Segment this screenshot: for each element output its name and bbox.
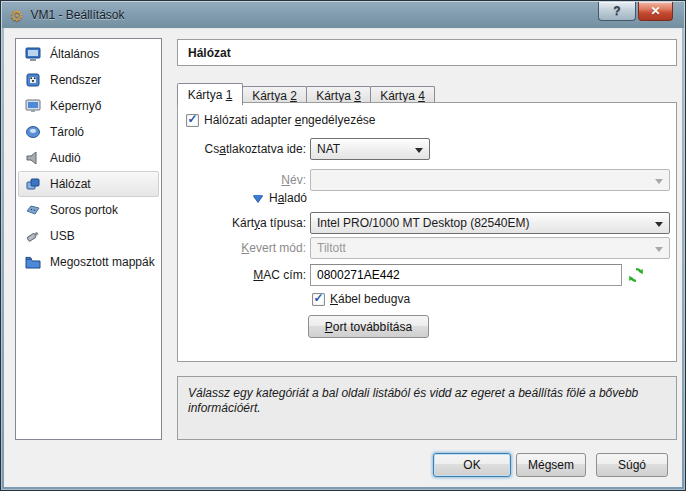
enable-adapter-checkbox[interactable]: ✓ Hálózati adapter engedélyezése xyxy=(186,113,375,127)
tab-label: Kártya 4 xyxy=(380,89,425,103)
dropdown-arrow-icon xyxy=(655,222,663,227)
dropdown-arrow-icon xyxy=(415,148,423,153)
expander-label: Haladó xyxy=(269,191,307,205)
sidebar-item-label: Audió xyxy=(50,151,81,165)
usb-icon xyxy=(25,228,41,244)
sidebar-item-halozat[interactable]: Hálózat xyxy=(18,171,159,197)
cable-connected-checkbox[interactable]: ✓ Kábel bedugva xyxy=(312,292,410,306)
sidebar-item-label: USB xyxy=(50,229,75,243)
sidebar-item-label: Soros portok xyxy=(50,203,118,217)
close-icon: ✕ xyxy=(650,4,660,18)
selected-value: Tiltott xyxy=(317,241,346,255)
gear-icon: ⚙ xyxy=(10,8,23,23)
close-button[interactable]: ✕ xyxy=(638,2,673,21)
sidebar-item-rendszer[interactable]: Rendszer xyxy=(18,67,159,93)
tab-label: Kártya 2 xyxy=(252,89,297,103)
display-icon xyxy=(25,98,41,114)
category-list: Általános Rendszer Képernyő Tároló Audió… xyxy=(15,38,162,440)
network-icon xyxy=(25,176,41,192)
sidebar-item-label: Rendszer xyxy=(50,73,101,87)
promiscuous-mode-label: Kevert mód: xyxy=(178,241,306,256)
checkbox-label: Hálózati adapter engedélyezése xyxy=(204,113,375,127)
sidebar-item-label: Hálózat xyxy=(50,177,91,191)
promiscuous-mode-select: Tiltott xyxy=(310,237,670,259)
button-label: Port továbbítása xyxy=(325,320,412,334)
sidebar-item-label: Általános xyxy=(50,47,99,61)
page-header: Hálózat xyxy=(177,39,677,66)
sidebar-item-megosztott-mappak[interactable]: Megosztott mappák xyxy=(18,249,159,275)
tab-label: Kártya 3 xyxy=(316,89,361,103)
titlebar[interactable]: ⚙ VM1 - Beállítások ? ✕ xyxy=(2,2,684,28)
system-icon xyxy=(25,72,41,88)
hint-box: Válassz egy kategóriát a bal oldali list… xyxy=(177,376,677,440)
refresh-mac-button[interactable] xyxy=(628,267,644,283)
attached-to-select[interactable]: NAT xyxy=(310,138,430,160)
window-title: VM1 - Beállítások xyxy=(30,8,124,22)
port-forwarding-button[interactable]: Port továbbítása xyxy=(308,315,429,338)
advanced-expander[interactable]: Haladó xyxy=(253,191,307,205)
checkbox-box: ✓ xyxy=(312,293,325,306)
sidebar-item-label: Képernyő xyxy=(50,99,101,113)
cancel-button[interactable]: Mégsem xyxy=(516,453,586,477)
shared-folders-icon xyxy=(25,254,41,270)
settings-window: ⚙ VM1 - Beállítások ? ✕ Általános Rendsz… xyxy=(0,0,686,491)
sidebar-item-kepernyo[interactable]: Képernyő xyxy=(18,93,159,119)
name-label: Név: xyxy=(178,173,306,188)
tab-label: Kártya 1 xyxy=(188,88,233,102)
selected-value: NAT xyxy=(317,142,340,156)
attached-to-label: Csatlakoztatva ide: xyxy=(178,142,306,157)
page-title: Hálózat xyxy=(188,46,231,60)
checkbox-box: ✓ xyxy=(186,114,199,127)
mac-address-input[interactable] xyxy=(310,264,622,286)
adapter-tab-panel: ✓ Hálózati adapter engedélyezése Csatlak… xyxy=(177,102,677,362)
help-button[interactable]: ? xyxy=(598,2,636,21)
serial-port-icon xyxy=(25,202,41,218)
help-footer-button[interactable]: Súgó xyxy=(596,453,668,477)
checkbox-label: Kábel bedugva xyxy=(330,292,410,306)
sidebar-item-soros-portok[interactable]: Soros portok xyxy=(18,197,159,223)
check-icon: ✓ xyxy=(313,293,323,303)
sidebar-item-label: Tároló xyxy=(50,125,84,139)
storage-icon xyxy=(25,124,41,140)
sidebar-item-usb[interactable]: USB xyxy=(18,223,159,249)
mac-address-label: MAC cím: xyxy=(178,268,306,283)
name-select xyxy=(310,169,670,191)
refresh-icon xyxy=(628,267,644,283)
selected-value: Intel PRO/1000 MT Desktop (82540EM) xyxy=(317,216,530,230)
sidebar-item-altalanos[interactable]: Általános xyxy=(18,41,159,67)
sidebar-item-label: Megosztott mappák xyxy=(50,255,155,269)
expander-arrow-icon xyxy=(253,195,263,202)
general-icon xyxy=(25,46,41,62)
audio-icon xyxy=(25,150,41,166)
dropdown-arrow-icon xyxy=(655,179,663,184)
adapter-type-select[interactable]: Intel PRO/1000 MT Desktop (82540EM) xyxy=(310,212,670,234)
sidebar-item-audio[interactable]: Audió xyxy=(18,145,159,171)
ok-button[interactable]: OK xyxy=(433,453,511,477)
check-icon: ✓ xyxy=(187,114,197,124)
adapter-type-label: Kártya típusa: xyxy=(178,216,306,231)
sidebar-item-tarolo[interactable]: Tároló xyxy=(18,119,159,145)
question-icon: ? xyxy=(613,4,620,18)
tab-kartya-1[interactable]: Kártya 1 xyxy=(177,83,243,105)
client-area: Általános Rendszer Képernyő Tároló Audió… xyxy=(4,28,682,487)
dropdown-arrow-icon xyxy=(655,247,663,252)
hint-text: Válassz egy kategóriát a bal oldali list… xyxy=(188,386,666,416)
